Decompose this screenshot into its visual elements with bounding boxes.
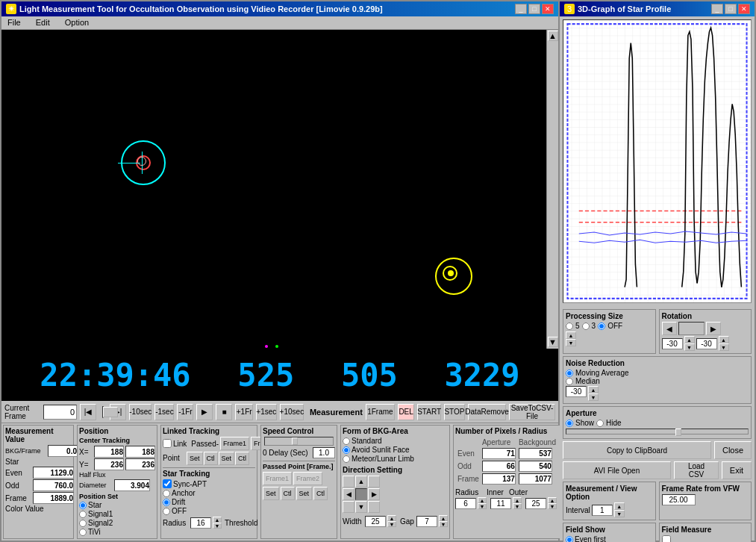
btn-fwd10[interactable]: +10sec bbox=[280, 404, 304, 420]
dir-e[interactable]: ▶ bbox=[368, 488, 380, 500]
menu-edit[interactable]: Edit bbox=[33, 18, 53, 28]
interval-down[interactable]: ▼ bbox=[614, 510, 625, 517]
btn-stop[interactable]: ■ bbox=[216, 404, 232, 420]
btn-fwd1[interactable]: +1sec bbox=[256, 404, 277, 420]
maximize-btn[interactable]: □ bbox=[528, 4, 540, 14]
width-input[interactable] bbox=[365, 516, 386, 527]
radius-up[interactable]: ▲ bbox=[213, 517, 222, 523]
btn-back-frame[interactable]: -1Fr bbox=[177, 404, 193, 420]
dir-nw[interactable] bbox=[343, 476, 354, 488]
rot-val2[interactable] bbox=[696, 338, 717, 349]
dir-w[interactable]: ◀ bbox=[343, 488, 354, 500]
passed-ctl-btn[interactable]: Ctl bbox=[281, 487, 295, 500]
set2-btn[interactable]: Set bbox=[219, 452, 235, 465]
btn-back1[interactable]: -1sec bbox=[154, 404, 174, 420]
graph-minimize[interactable]: _ bbox=[711, 4, 723, 14]
passed-set2-btn[interactable]: Set bbox=[296, 487, 313, 500]
dir-n[interactable]: ▲ bbox=[355, 476, 367, 488]
menu-file[interactable]: File bbox=[4, 18, 24, 28]
frame-aperture[interactable] bbox=[482, 473, 516, 485]
y-input1[interactable] bbox=[94, 458, 124, 470]
passed-frame1-btn[interactable]: Frame1 bbox=[263, 472, 292, 485]
btn-fwd-frame[interactable]: +1Fr bbox=[235, 404, 252, 420]
btn-meas-stop[interactable]: STOP bbox=[444, 404, 465, 420]
passed-ctl2-btn[interactable]: Ctl bbox=[313, 487, 328, 500]
radius-input[interactable] bbox=[190, 517, 211, 529]
aperture-slider[interactable] bbox=[566, 429, 749, 434]
close-btn[interactable]: ✕ bbox=[542, 4, 554, 14]
rot-up[interactable]: ▲ bbox=[684, 336, 695, 343]
link-checkbox[interactable] bbox=[163, 439, 172, 448]
passed-set-btn[interactable]: Set bbox=[263, 487, 279, 500]
avi-open-btn[interactable]: AVI File Open bbox=[563, 461, 671, 479]
frame-bg[interactable] bbox=[519, 473, 552, 485]
scroll-up-btn[interactable]: ▲ bbox=[548, 31, 558, 41]
delay-input[interactable] bbox=[313, 447, 335, 458]
outer-up[interactable]: ▲ bbox=[548, 497, 557, 503]
btn-1frame[interactable]: 1Frame bbox=[366, 404, 395, 420]
gap-input[interactable] bbox=[416, 516, 437, 527]
radio-moving-avg[interactable] bbox=[566, 370, 573, 377]
even-bg[interactable] bbox=[519, 448, 552, 459]
radio-proc-5[interactable] bbox=[566, 323, 573, 330]
frame-rate-input[interactable] bbox=[662, 494, 696, 505]
width-down[interactable]: ▼ bbox=[387, 521, 396, 527]
btn-save-csv[interactable]: SaveToCSV-File bbox=[509, 404, 555, 420]
speed-slider-track[interactable] bbox=[264, 437, 334, 446]
sync-apt-checkbox[interactable] bbox=[163, 479, 172, 488]
dir-ne[interactable] bbox=[368, 476, 380, 488]
radio-off[interactable] bbox=[163, 508, 170, 515]
dir-sw[interactable] bbox=[343, 501, 354, 513]
frame-value[interactable] bbox=[33, 492, 74, 504]
radio-median[interactable] bbox=[566, 378, 573, 385]
load-csv-btn[interactable]: Load CSV bbox=[674, 461, 719, 479]
outer-value[interactable] bbox=[525, 498, 546, 509]
radio-avoid-sunlit[interactable] bbox=[343, 446, 350, 454]
outer-down[interactable]: ▼ bbox=[548, 503, 557, 509]
radio-signal2[interactable] bbox=[79, 520, 87, 527]
radius-r-down[interactable]: ▼ bbox=[478, 503, 487, 509]
exit-btn[interactable]: Exit bbox=[722, 461, 752, 479]
radio-anchor[interactable] bbox=[163, 490, 170, 497]
radius-r-up[interactable]: ▲ bbox=[478, 497, 487, 503]
radio-meteor[interactable] bbox=[343, 455, 350, 463]
radio-even-first[interactable] bbox=[566, 536, 573, 543]
close-btn[interactable]: Close bbox=[714, 441, 752, 459]
inner-value[interactable] bbox=[490, 498, 511, 509]
graph-close[interactable]: ✕ bbox=[738, 4, 750, 14]
radio-hide[interactable] bbox=[596, 420, 604, 427]
x-input1[interactable] bbox=[94, 446, 124, 458]
rotate-left[interactable]: ◀ bbox=[662, 322, 677, 335]
y-input2[interactable] bbox=[125, 458, 155, 470]
inner-down[interactable]: ▼ bbox=[513, 503, 522, 509]
gap-down[interactable]: ▼ bbox=[439, 521, 448, 527]
set1-btn[interactable]: Set bbox=[187, 452, 203, 465]
frame-input[interactable] bbox=[43, 405, 77, 420]
proc-spin-down[interactable]: ▼ bbox=[566, 339, 576, 346]
passed-frame2-btn[interactable]: Frame2 bbox=[293, 472, 322, 485]
scroll-down-btn[interactable]: ▼ bbox=[548, 337, 558, 347]
diameter-input[interactable] bbox=[114, 479, 150, 491]
btn-play[interactable]: ▶ bbox=[196, 404, 213, 420]
rotate-right[interactable]: ▶ bbox=[706, 322, 721, 335]
speed-slider-handle[interactable] bbox=[292, 437, 298, 445]
radio-signal1[interactable] bbox=[79, 511, 87, 518]
aperture-slider-handle[interactable] bbox=[675, 429, 681, 436]
radius-value[interactable] bbox=[455, 498, 476, 509]
rot-val1[interactable] bbox=[662, 338, 683, 349]
proc-spin-up[interactable]: ▲ bbox=[566, 331, 576, 339]
even-value[interactable] bbox=[33, 467, 74, 479]
copy-clipboard-btn[interactable]: Copy to ClipBoard bbox=[563, 441, 711, 459]
btn-data-remove[interactable]: DataRemove bbox=[468, 404, 506, 420]
btn-meas-start[interactable]: START bbox=[417, 404, 441, 420]
x-input2[interactable] bbox=[125, 446, 155, 458]
graph-maximize[interactable]: □ bbox=[725, 4, 737, 14]
radio-proc-off[interactable] bbox=[598, 323, 605, 330]
radio-star[interactable] bbox=[79, 502, 87, 509]
interval-up[interactable]: ▲ bbox=[614, 502, 625, 510]
btn-back10[interactable]: -10sec bbox=[129, 404, 151, 420]
odd-bg[interactable] bbox=[519, 461, 552, 472]
radio-tivi[interactable] bbox=[79, 529, 87, 536]
gap-up[interactable]: ▲ bbox=[439, 515, 448, 521]
scroll-thumb[interactable] bbox=[103, 407, 118, 417]
